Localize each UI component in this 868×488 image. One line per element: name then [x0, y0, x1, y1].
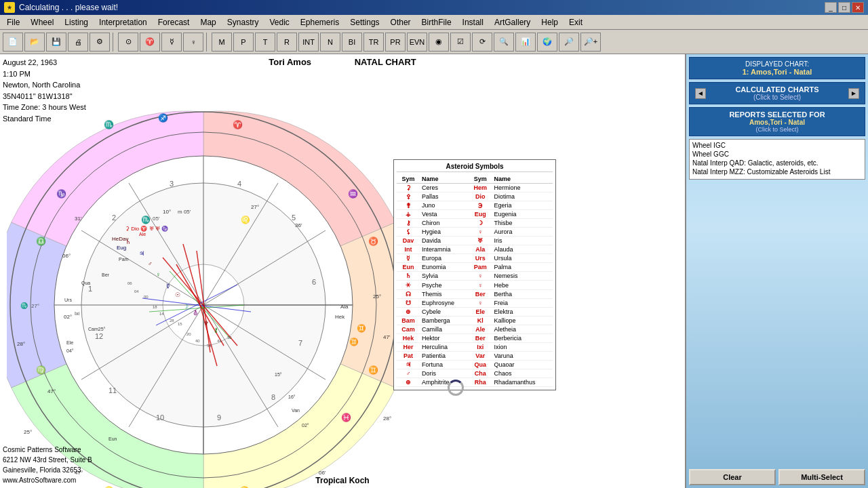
menu-item-file[interactable]: File: [1, 16, 25, 28]
close-button[interactable]: ✕: [852, 2, 864, 13]
svg-text:15: 15: [178, 322, 182, 326]
menu-item-map[interactable]: Map: [195, 16, 221, 28]
tb15[interactable]: ◉: [429, 33, 449, 52]
menu-item-help[interactable]: Help: [536, 16, 564, 28]
asteroid-symbol: ⚹: [397, 281, 420, 290]
tb21[interactable]: 🔎: [559, 33, 579, 52]
asteroid-name: Rhadamanthus: [492, 378, 553, 387]
wheel-svg: ♈ ♉ ♊ ♋ ♌ ♍ ♎ ♏ ♐ ♑ ♒ ♓ 10° 27° 36' 31' …: [7, 108, 400, 488]
asteroid-name: Psyche: [420, 281, 469, 290]
menu-item-settings[interactable]: Settings: [344, 16, 384, 28]
svg-text:02°: 02°: [302, 423, 309, 428]
svg-text:♏: ♏: [141, 215, 151, 224]
svg-text:04: 04: [134, 289, 139, 293]
new-chart-button[interactable]: 📄: [3, 33, 23, 52]
tb8[interactable]: R: [277, 33, 297, 52]
menu-item-birthfile[interactable]: BirthFile: [416, 16, 457, 28]
menu-item-forecast[interactable]: Forecast: [153, 16, 195, 28]
svg-text:10: 10: [156, 413, 164, 422]
asteroid-row: IntInteramniaAlaAlauda: [397, 245, 553, 254]
asteroid-row: ♄Sylvia♀Nemesis: [397, 272, 553, 281]
tb7[interactable]: T: [255, 33, 275, 52]
menu-item-artgallery[interactable]: ArtGallery: [489, 16, 536, 28]
asteroid-symbol: ☽: [469, 219, 492, 228]
settings-button[interactable]: ⚙: [90, 33, 110, 52]
menu-item-vedic[interactable]: Vedic: [264, 16, 294, 28]
asteroid-name: Hebe: [492, 281, 553, 290]
svg-text:♓: ♓: [341, 412, 351, 422]
svg-text:♏: ♏: [104, 119, 114, 129]
svg-text:Eun: Eun: [108, 436, 117, 441]
clear-button[interactable]: Clear: [689, 469, 776, 485]
menu-item-other[interactable]: Other: [385, 16, 416, 28]
displayed-chart-section: DISPLAYED CHART: 1: Amos,Tori - Natal: [689, 57, 865, 79]
tb5[interactable]: M: [212, 33, 232, 52]
tb14[interactable]: EVN: [407, 33, 427, 52]
tb19[interactable]: 📊: [515, 33, 536, 52]
svg-text:27°: 27°: [251, 204, 259, 210]
natal-wheel: ♈ ♉ ♊ ♋ ♌ ♍ ♎ ♏ ♐ ♑ ♒ ♓ 10° 27° 36' 31' …: [7, 108, 400, 488]
open-button[interactable]: 📂: [24, 33, 45, 52]
report-item-0[interactable]: Wheel IGC: [691, 141, 863, 150]
asteroid-row: ⊕CybeleEleElektra: [397, 308, 553, 317]
report-item-3[interactable]: Natal Interp MZZ: Customizable Asteroids…: [691, 167, 863, 176]
asteroid-row: PatPatientiaVarVaruna: [397, 352, 553, 361]
tb13[interactable]: PR: [385, 33, 406, 52]
svg-text:☉: ☉: [175, 291, 180, 298]
print-button[interactable]: 🖨: [68, 33, 88, 52]
asteroid-symbol: Var: [469, 352, 492, 361]
tb16[interactable]: ☑: [450, 33, 471, 52]
menu-item-listing[interactable]: Listing: [59, 16, 94, 28]
tb18[interactable]: 🔍: [494, 33, 514, 52]
tb10[interactable]: N: [320, 33, 340, 52]
tb22[interactable]: 🔎+: [580, 33, 601, 52]
asteroid-name: Egeria: [492, 201, 553, 210]
wheel-button[interactable]: ⊙: [118, 33, 138, 52]
report-item-2[interactable]: Natal Interp QAD: Galactic, asteroids, e…: [691, 159, 863, 167]
tb20[interactable]: 🌍: [537, 33, 557, 52]
menu-item-wheel[interactable]: Wheel: [25, 16, 59, 28]
report-item-1[interactable]: Wheel GGC: [691, 150, 863, 159]
svg-text:4: 4: [237, 180, 241, 188]
menu-item-ephemeris[interactable]: Ephemeris: [295, 16, 344, 28]
tb9[interactable]: INT: [298, 33, 319, 52]
asteroid-row: ⚹Psyche♀Hebe: [397, 281, 553, 290]
chart-button[interactable]: ♈: [140, 33, 160, 52]
menu-item-install[interactable]: Install: [457, 16, 489, 28]
svg-text:36: 36: [227, 336, 232, 340]
menu-item-exit[interactable]: Exit: [564, 16, 588, 28]
tb6[interactable]: P: [233, 33, 254, 52]
displayed-chart-value[interactable]: 1: Amos,Tori - Natal: [695, 68, 859, 76]
tb17[interactable]: ⟳: [472, 33, 492, 52]
asteroid-panel-title: Asteroid Symbols: [397, 163, 553, 172]
svg-text:♎: ♎: [36, 236, 46, 246]
asteroid-name: Chaos: [492, 369, 553, 378]
reports-click-sub[interactable]: (Click to Select): [695, 126, 859, 133]
save-button[interactable]: 💾: [46, 33, 66, 52]
natal-button[interactable]: ☿: [161, 33, 182, 52]
prev-chart-button[interactable]: ◄: [695, 88, 706, 99]
tb11[interactable]: BI: [342, 33, 362, 52]
chart-time: 1:10 PM: [3, 68, 86, 80]
synastry-button[interactable]: ♀: [183, 33, 203, 52]
svg-text:Hek: Hek: [335, 314, 345, 320]
menu-item-synastry[interactable]: Synastry: [222, 16, 264, 28]
asteroid-row: ⚴PallasDioDiotima: [397, 192, 553, 201]
multi-select-button[interactable]: Multi-Select: [778, 469, 865, 485]
next-chart-button[interactable]: ►: [848, 88, 859, 99]
svg-text:5: 5: [292, 214, 296, 222]
asteroid-symbol: ☋: [397, 299, 420, 308]
svg-text:♒: ♒: [348, 188, 358, 199]
asteroid-symbol: Cha: [469, 369, 492, 378]
person-name: Tori Amos: [269, 57, 311, 67]
svg-text:06: 06: [127, 281, 132, 285]
minimize-button[interactable]: _: [825, 2, 837, 13]
calculated-charts-sub[interactable]: (Click to Select): [706, 94, 848, 101]
tb12[interactable]: TR: [363, 33, 384, 52]
asteroid-symbol: ♀: [469, 272, 492, 281]
asteroid-name: Thisbe: [492, 219, 553, 228]
company-name: Cosmic Patterns Software: [3, 445, 92, 455]
restore-button[interactable]: □: [838, 2, 850, 13]
menu-item-interpretation[interactable]: Interpretation: [94, 16, 153, 28]
svg-text:8: 8: [271, 393, 275, 401]
